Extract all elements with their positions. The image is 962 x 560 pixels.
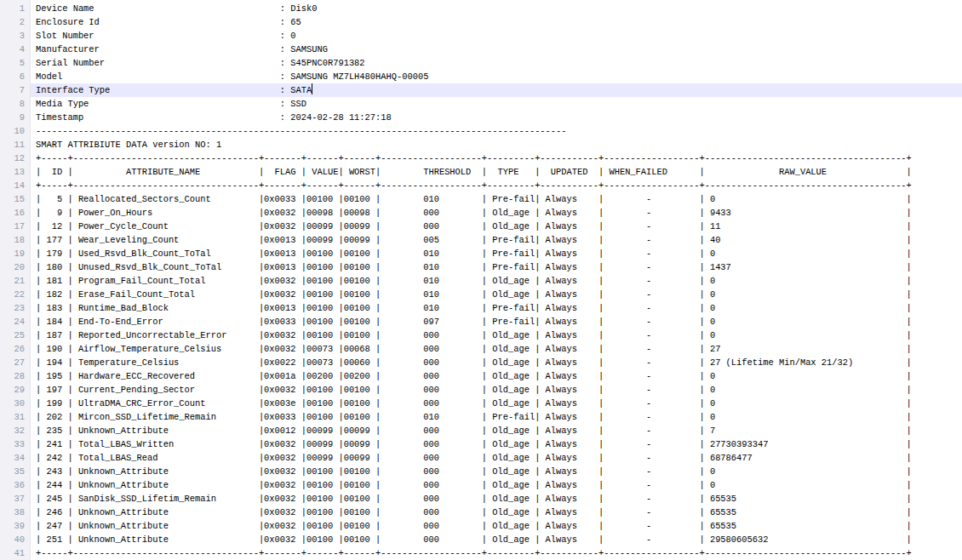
line-number: 15 xyxy=(0,192,25,206)
editor-line[interactable]: Timestamp : 2024-02-28 11:27:18 xyxy=(31,111,962,124)
line-text: +-----+---------------------------------… xyxy=(36,180,912,191)
text-editor-window: 1234567891011121314151617181920212223242… xyxy=(0,0,962,560)
text-cursor xyxy=(312,83,312,94)
line-number: 36 xyxy=(0,478,25,492)
line-text: Device Name : Disk0 xyxy=(36,3,317,14)
line-text: | 187 | Reported_Uncorrectable_Error |0x… xyxy=(36,330,912,340)
editor-line[interactable]: +-----+---------------------------------… xyxy=(31,546,962,560)
editor-line[interactable]: | 202 | Mircon_SSD_Lifetime_Remain |0x00… xyxy=(31,410,962,424)
editor-line[interactable]: +-----+---------------------------------… xyxy=(31,179,962,192)
line-number: 26 xyxy=(0,342,25,356)
editor-line[interactable]: Slot Number : 0 xyxy=(31,29,962,43)
line-number: 37 xyxy=(0,492,25,506)
line-number: 2 xyxy=(0,15,25,29)
editor-line[interactable]: Device Name : Disk0 xyxy=(31,2,962,15)
editor-line[interactable]: | 183 | Runtime_Bad_Block |0x0013 |00100… xyxy=(31,301,962,315)
editor-line[interactable]: | 184 | End-To-End_Error |0x0033 |00100 … xyxy=(31,315,962,329)
line-number: 14 xyxy=(0,179,25,192)
line-text: Interface Type : SATA xyxy=(36,85,312,95)
line-text: | 12 | Power_Cycle_Count |0x0032 |00099 … xyxy=(36,221,912,231)
line-number: 41 xyxy=(0,546,25,560)
line-number: 30 xyxy=(0,397,25,410)
editor-line[interactable]: | 181 | Program_Fail_Count_Total |0x0032… xyxy=(31,274,962,288)
line-text: | 5 | Reallocated_Sectors_Count |0x0033 … xyxy=(36,194,912,204)
line-text: Serial Number : S45PNC0R791382 xyxy=(36,58,365,68)
line-text: | 251 | Unknown_Attribute |0x0032 |00100… xyxy=(36,534,912,545)
editor-line[interactable]: | 245 | SanDisk_SSD_Lifetim_Remain |0x00… xyxy=(31,492,962,506)
line-number: 11 xyxy=(0,138,25,151)
line-number: 6 xyxy=(0,70,25,83)
editor-text-area[interactable]: Device Name : Disk0Enclosure Id : 65Slot… xyxy=(31,0,962,560)
editor-line[interactable]: | 9 | Power_On_Hours |0x0032 |00098 |000… xyxy=(31,206,962,220)
line-number: 18 xyxy=(0,233,25,247)
line-number: 29 xyxy=(0,383,25,397)
line-number: 24 xyxy=(0,315,25,329)
line-text: | 247 | Unknown_Attribute |0x0032 |00100… xyxy=(36,521,912,531)
editor-line[interactable]: | ID | ATTRIBUTE_NAME | FLAG | VALUE| WO… xyxy=(31,165,962,179)
line-number: 38 xyxy=(0,506,25,519)
line-text: | 235 | Unknown_Attribute |0x0012 |00099… xyxy=(36,426,912,436)
current-line[interactable]: Interface Type : SATA xyxy=(31,83,962,97)
line-text: | 241 | Total_LBAS_Written |0x0032 |0009… xyxy=(36,439,912,449)
editor-line[interactable]: | 247 | Unknown_Attribute |0x0032 |00100… xyxy=(31,519,962,533)
editor-line[interactable]: | 179 | Used_Rsvd_Blk_Count_ToTal |0x001… xyxy=(31,247,962,260)
line-number: 9 xyxy=(0,111,25,124)
line-number: 17 xyxy=(0,220,25,233)
editor-line[interactable]: Serial Number : S45PNC0R791382 xyxy=(31,56,962,70)
line-text: | 182 | Erase_Fail_Count_Total |0x0032 |… xyxy=(36,289,912,300)
line-text: | 197 | Current_Pending_Sector |0x0032 |… xyxy=(36,385,912,395)
line-text: | 180 | Unused_Rsvd_Blk_Count_ToTal |0x0… xyxy=(36,262,912,272)
line-number: 39 xyxy=(0,519,25,533)
line-text: Manufacturer : SAMSUNG xyxy=(36,44,328,54)
editor-line[interactable]: Enclosure Id : 65 xyxy=(31,15,962,29)
line-number: 31 xyxy=(0,410,25,424)
editor-line[interactable]: | 242 | Total_LBAS_Read |0x0032 |00099 |… xyxy=(31,451,962,465)
editor-line[interactable]: | 195 | Hardware_ECC_Recovered |0x001a |… xyxy=(31,369,962,383)
editor-line[interactable]: | 197 | Current_Pending_Sector |0x0032 |… xyxy=(31,383,962,397)
line-text: | 181 | Program_Fail_Count_Total |0x0032… xyxy=(36,276,912,286)
editor-line[interactable]: Media Type : SSD xyxy=(31,97,962,111)
line-number: 16 xyxy=(0,206,25,220)
editor-line[interactable]: | 244 | Unknown_Attribute |0x0032 |00100… xyxy=(31,478,962,492)
editor-line[interactable]: | 187 | Reported_Uncorrectable_Error |0x… xyxy=(31,329,962,342)
editor-line[interactable]: | 5 | Reallocated_Sectors_Count |0x0033 … xyxy=(31,192,962,206)
line-text: +-----+---------------------------------… xyxy=(36,548,912,558)
editor-line[interactable]: | 246 | Unknown_Attribute |0x0032 |00100… xyxy=(31,506,962,519)
editor-line[interactable]: | 251 | Unknown_Attribute |0x0032 |00100… xyxy=(31,533,962,546)
editor-line[interactable]: | 180 | Unused_Rsvd_Blk_Count_ToTal |0x0… xyxy=(31,260,962,274)
line-number: 7 xyxy=(0,83,25,97)
line-text: | 194 | Temperature_Celsius |0x0022 |000… xyxy=(36,357,912,368)
editor-line[interactable]: | 190 | Airflow_Temperature_Celsius |0x0… xyxy=(31,342,962,356)
line-text: | 246 | Unknown_Attribute |0x0032 |00100… xyxy=(36,507,912,517)
editor-line[interactable]: | 241 | Total_LBAS_Written |0x0032 |0009… xyxy=(31,437,962,451)
line-number-gutter: 1234567891011121314151617181920212223242… xyxy=(0,0,31,560)
editor-line[interactable]: | 235 | Unknown_Attribute |0x0012 |00099… xyxy=(31,424,962,437)
line-text: Timestamp : 2024-02-28 11:27:18 xyxy=(36,112,392,123)
editor-line[interactable]: | 177 | Wear_Leveling_Count |0x0013 |000… xyxy=(31,233,962,247)
line-number: 28 xyxy=(0,369,25,383)
line-text: | 195 | Hardware_ECC_Recovered |0x001a |… xyxy=(36,371,912,381)
editor-line[interactable]: +-----+---------------------------------… xyxy=(31,151,962,165)
line-number: 21 xyxy=(0,274,25,288)
editor-line[interactable]: | 243 | Unknown_Attribute |0x0032 |00100… xyxy=(31,465,962,478)
editor-line[interactable]: | 182 | Erase_Fail_Count_Total |0x0032 |… xyxy=(31,288,962,301)
line-number: 27 xyxy=(0,356,25,369)
line-number: 10 xyxy=(0,124,25,138)
line-text: Slot Number : 0 xyxy=(36,31,296,41)
line-text: | 9 | Power_On_Hours |0x0032 |00098 |000… xyxy=(36,208,912,218)
line-text: | 202 | Mircon_SSD_Lifetime_Remain |0x00… xyxy=(36,412,912,422)
line-number: 13 xyxy=(0,165,25,179)
line-number: 3 xyxy=(0,29,25,43)
editor-line[interactable]: Model : SAMSUNG MZ7LH480HAHQ-00005 xyxy=(31,70,962,83)
line-text: | 177 | Wear_Leveling_Count |0x0013 |000… xyxy=(36,235,912,245)
editor-line[interactable]: | 194 | Temperature_Celsius |0x0022 |000… xyxy=(31,356,962,369)
line-text: | 244 | Unknown_Attribute |0x0032 |00100… xyxy=(36,480,912,490)
line-number: 33 xyxy=(0,437,25,451)
editor-line[interactable]: SMART ATTRIBIUTE DATA version NO: 1 xyxy=(31,138,962,151)
editor-line[interactable]: | 12 | Power_Cycle_Count |0x0032 |00099 … xyxy=(31,220,962,233)
editor-line[interactable]: ----------------------------------------… xyxy=(31,124,962,138)
editor-line[interactable]: | 199 | UltraDMA_CRC_Error_Count |0x003e… xyxy=(31,397,962,410)
editor-line[interactable]: Manufacturer : SAMSUNG xyxy=(31,43,962,56)
line-number: 22 xyxy=(0,288,25,301)
line-number: 4 xyxy=(0,43,25,56)
